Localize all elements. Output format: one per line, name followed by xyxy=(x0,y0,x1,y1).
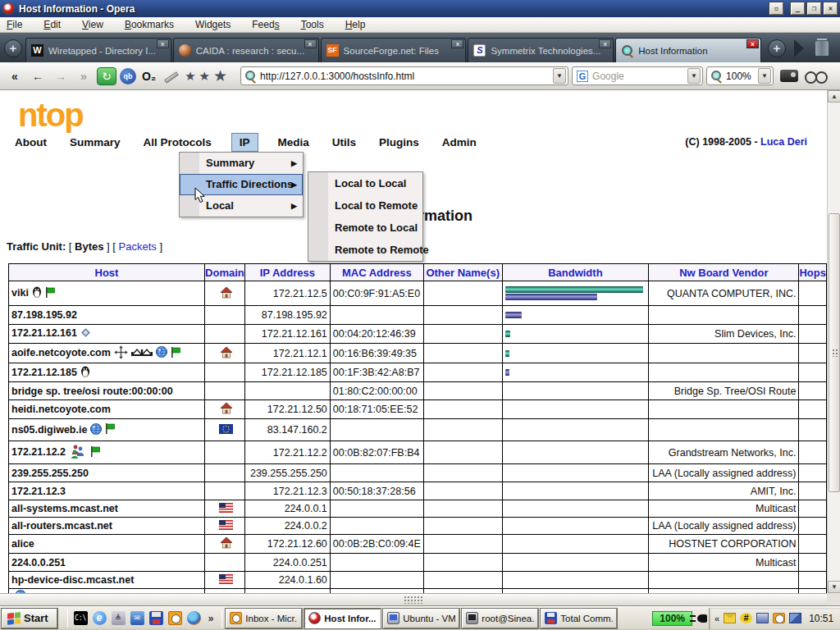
menu-help[interactable]: Help xyxy=(345,19,366,30)
submenu-item-local-to-remote[interactable]: Local to Remote xyxy=(308,194,422,217)
note-pencil-icon[interactable] xyxy=(162,68,180,84)
host-link[interactable]: aoife.netcoyote.com xyxy=(11,347,111,358)
search-dropdown-arrow[interactable]: ▼ xyxy=(687,68,701,84)
taskbar-button-total-comm[interactable]: Total Comm... xyxy=(541,609,617,628)
tab-overflow-arrow-icon[interactable] xyxy=(794,39,804,57)
submenu-item-remote-to-remote[interactable]: Remote to Remote xyxy=(308,239,422,261)
quicklaunch-overflow-chevron[interactable]: » xyxy=(208,613,214,624)
host-link[interactable]: 172.21.12.185 xyxy=(11,366,77,377)
taskbar-button-host-infor[interactable]: Host Infor... xyxy=(304,609,381,628)
host-link[interactable]: ns05.digiweb.ie xyxy=(11,423,87,435)
host-link[interactable]: viki xyxy=(11,287,29,299)
menu-tools[interactable]: Tools xyxy=(301,19,324,30)
ntop-nav-about[interactable]: About xyxy=(11,134,50,151)
submenu-item-remote-to-local[interactable]: Remote to Local xyxy=(308,217,422,239)
tab-close-icon[interactable]: x xyxy=(599,39,611,48)
bookmark-star-icon[interactable]: ★ xyxy=(183,69,197,84)
quicklaunch-firefox-icon[interactable] xyxy=(187,611,201,625)
menu-item-summary[interactable]: Summary▶ xyxy=(180,153,303,174)
ntop-nav-admin[interactable]: Admin xyxy=(439,134,480,151)
bookmark-star-icon[interactable]: ★ xyxy=(212,66,229,85)
reload-button[interactable]: ↻ xyxy=(97,67,116,85)
minimize-button[interactable]: _ xyxy=(791,2,805,15)
ntop-nav-summary[interactable]: Summary xyxy=(66,134,124,151)
new-tab-button[interactable]: + xyxy=(4,39,22,57)
forward-button[interactable]: → xyxy=(51,67,71,85)
address-bar[interactable]: http://127.0.0.1:3000/hostsInfo.html ▼ xyxy=(240,66,568,85)
host-link[interactable]: hp-device-disc.mcast.net xyxy=(11,574,134,586)
ntop-nav-all-protocols[interactable]: All Protocols xyxy=(140,134,215,151)
zoom-dropdown-arrow[interactable]: ▼ xyxy=(758,68,771,84)
back-button[interactable]: ← xyxy=(28,67,48,85)
horizontal-scrollbar[interactable] xyxy=(0,593,827,605)
tab-symmetrix-technologies[interactable]: SSymmetrix Technologies...x xyxy=(468,38,614,62)
ntop-nav-media[interactable]: Media xyxy=(275,134,313,151)
host-link[interactable]: all-routers.mcast.net xyxy=(11,520,112,532)
zoom-level[interactable]: 100% xyxy=(726,71,758,82)
tray-comp-icon[interactable] xyxy=(789,613,801,623)
menu-bookmarks[interactable]: Bookmarks xyxy=(125,19,174,30)
taskbar-button-ubuntu-vm[interactable]: Ubuntu - VM... xyxy=(383,609,459,628)
tray-clock-icon[interactable] xyxy=(773,613,785,623)
start-button[interactable]: Start xyxy=(2,609,57,628)
restore-small-button[interactable]: ▫ xyxy=(769,2,783,15)
vertical-scrollbar[interactable]: ▲ ▼ xyxy=(827,90,840,593)
add-tab-button[interactable]: + xyxy=(768,39,786,57)
tab-close-icon[interactable]: x xyxy=(304,39,317,48)
battery-meter[interactable]: 100% xyxy=(652,611,692,626)
tab-wiretapped-directory-i[interactable]: WWiretapped - Directory I...x xyxy=(25,38,171,62)
menu-feeds[interactable]: Feeds xyxy=(252,19,279,30)
host-link[interactable]: heidi.netcoyote.com xyxy=(11,404,111,415)
tray-mail-icon[interactable] xyxy=(724,613,736,623)
scroll-down-arrow[interactable]: ▼ xyxy=(828,581,840,593)
bookmark-star-icon[interactable]: ★ xyxy=(198,69,212,84)
traffic-unit-bytes[interactable]: Bytes xyxy=(75,240,103,253)
tab-sourceforge-net-files[interactable]: SFSourceForge.net: Filesx xyxy=(321,38,467,62)
host-link[interactable]: 239.255.255.250 xyxy=(11,468,89,479)
search-placeholder[interactable]: Google xyxy=(592,71,687,82)
menu-edit[interactable]: Edit xyxy=(43,19,61,30)
tray-hash-icon[interactable]: # xyxy=(740,613,752,623)
quicklaunch-eject-icon[interactable]: ≜ xyxy=(112,611,126,625)
host-link[interactable]: alice xyxy=(11,538,34,550)
fast-forward-button[interactable]: » xyxy=(74,67,94,85)
ntop-nav-utils[interactable]: Utils xyxy=(329,134,359,151)
quicklaunch-outlook-icon[interactable]: ✉ xyxy=(130,611,144,625)
search-box[interactable]: G Google ▼ xyxy=(572,66,703,85)
author-link[interactable]: Luca Deri xyxy=(760,136,807,148)
camera-icon[interactable] xyxy=(780,70,798,82)
menu-view[interactable]: View xyxy=(82,19,103,30)
ntop-nav-ip[interactable]: IP xyxy=(231,133,258,152)
quicklaunch-cmd-icon[interactable]: C:\ xyxy=(74,611,88,625)
tab-close-icon[interactable]: x xyxy=(451,39,463,48)
tray-net-icon[interactable] xyxy=(756,613,769,623)
tab-close-icon[interactable]: x xyxy=(157,39,169,48)
close-button[interactable]: ✕ xyxy=(824,2,838,15)
tray-collapse-chevron[interactable]: « xyxy=(714,614,719,623)
host-link[interactable]: 172.21.12.161 xyxy=(11,327,77,339)
qb-icon[interactable]: qb xyxy=(120,68,136,84)
url-dropdown-arrow[interactable]: ▼ xyxy=(553,68,566,84)
host-link[interactable]: 87.198.195.92 xyxy=(11,309,77,321)
closed-tabs-trash-icon[interactable] xyxy=(815,41,829,56)
menu-widgets[interactable]: Widgets xyxy=(195,19,231,30)
host-link[interactable]: 172.21.12.2 xyxy=(11,446,66,458)
accessibility-glasses-icon[interactable] xyxy=(805,70,829,83)
zoom-control[interactable]: 100% ▼ xyxy=(706,66,774,85)
rewind-button[interactable]: « xyxy=(5,67,25,85)
submenu-item-local-to-local[interactable]: Local to Local xyxy=(308,172,422,194)
scroll-up-arrow[interactable]: ▲ xyxy=(828,90,840,103)
host-link[interactable]: all-systems.mcast.net xyxy=(11,503,118,514)
host-link[interactable]: bridge sp. tree/osi route:00:00:00 xyxy=(11,386,173,397)
quicklaunch-floppy-icon[interactable] xyxy=(149,611,163,625)
tab-host-information[interactable]: Host Informationx xyxy=(615,38,761,62)
url-text[interactable]: http://127.0.0.1:3000/hostsInfo.html xyxy=(260,71,553,82)
host-link[interactable]: 224.0.0.251 xyxy=(11,557,66,568)
tab-caida-research-secu[interactable]: CAIDA : research : secu...x xyxy=(173,38,319,62)
menu-file[interactable]: File xyxy=(7,19,22,30)
quicklaunch-clock-icon[interactable] xyxy=(168,611,182,625)
traffic-unit-packets-link[interactable]: Packets xyxy=(119,240,157,253)
quicklaunch-ie-icon[interactable]: e xyxy=(93,611,107,625)
tab-close-icon[interactable]: x xyxy=(746,39,759,48)
vertical-scroll-thumb[interactable] xyxy=(829,213,840,492)
